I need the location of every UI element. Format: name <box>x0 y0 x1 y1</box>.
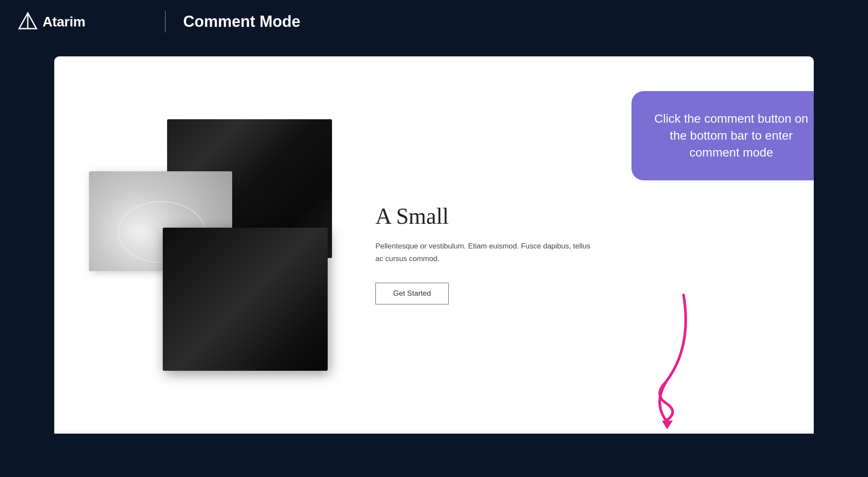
text-content: A Small Pellentesque or vestibulum. Etia… <box>375 186 779 304</box>
header: Atarim Comment Mode <box>0 0 868 43</box>
page-heading: A Small <box>375 203 779 230</box>
header-logo-area: Atarim <box>17 11 148 32</box>
get-started-button[interactable]: Get Started <box>375 283 449 304</box>
logo-suffix: tarim <box>53 14 85 29</box>
callout-bubble: Click the comment button on the bottom b… <box>631 91 814 180</box>
main-content: A Small Pellentesque or vestibulum. Etia… <box>0 43 868 477</box>
atarim-logo-icon <box>17 11 38 32</box>
image-front <box>163 228 328 371</box>
image-gallery <box>89 119 349 371</box>
header-divider <box>165 11 166 33</box>
page-body: Pellentesque or vestibulum. Etiam euismo… <box>375 240 592 265</box>
atarim-logo: Atarim <box>17 11 85 32</box>
logo-text: Atarim <box>43 14 85 30</box>
logo-prefix: A <box>43 14 53 29</box>
page-content: A Small Pellentesque or vestibulum. Etia… <box>54 56 814 434</box>
page-title: Comment Mode <box>183 13 300 31</box>
content-frame: A Small Pellentesque or vestibulum. Etia… <box>54 56 814 434</box>
